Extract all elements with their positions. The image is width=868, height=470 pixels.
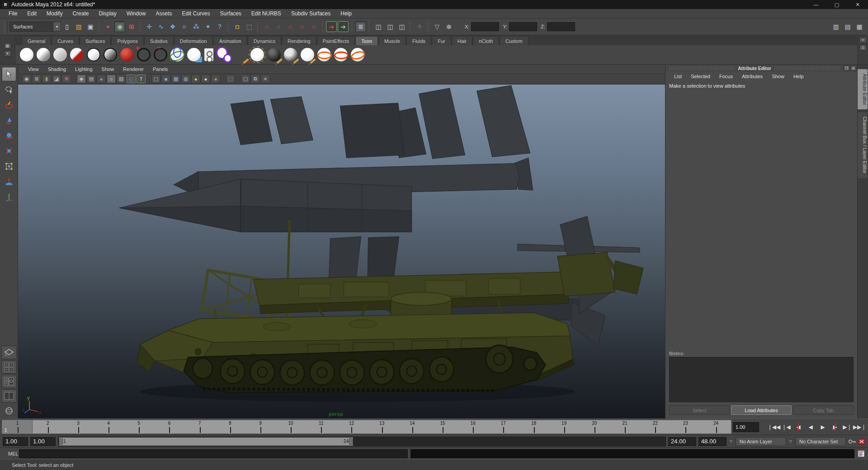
menu-item[interactable]: Edit NURBS (246, 9, 286, 19)
z-input[interactable] (547, 22, 575, 31)
mask-points-icon[interactable]: ✛ (144, 21, 155, 32)
animation-end-input[interactable] (698, 437, 726, 446)
snap-curve-icon[interactable]: ∩ (273, 21, 284, 32)
image-plane-icon[interactable]: ◪ (52, 75, 61, 83)
maximize-button[interactable]: ▢ (826, 0, 847, 9)
current-frame-marker[interactable]: 1 (2, 420, 33, 433)
timeline-frame-cell[interactable]: 15 (427, 420, 458, 433)
current-time-input[interactable] (733, 422, 759, 432)
toon-paint-dark-sphere[interactable] (267, 48, 281, 61)
shelf-item-menu-icon[interactable]: ▾ (859, 37, 867, 43)
toon-outline-dark-sphere[interactable] (104, 48, 117, 61)
paint-effects-icon[interactable]: ⁘ (414, 21, 425, 32)
time-slider[interactable]: 1 2 3 4 (2, 420, 731, 434)
open-scene-icon[interactable]: ▨ (73, 21, 84, 32)
toon-circle-plus[interactable] (137, 48, 151, 61)
step-forward-key-button[interactable]: ▶❘ (841, 421, 853, 433)
shelf-tab[interactable]: PaintEffects (317, 36, 355, 45)
shelf-tab-selector-icon[interactable]: ▩ (4, 43, 11, 49)
shelf-tab[interactable]: General (22, 36, 51, 45)
chevron-down-icon[interactable]: ▼ (53, 22, 61, 32)
toon-white-sphere[interactable] (20, 48, 33, 61)
shelf-tab[interactable]: Muscle (378, 36, 406, 45)
attribute-editor-menu-item[interactable]: Selected (687, 74, 714, 79)
toon-fill-paint[interactable] (187, 48, 201, 61)
script-editor-icon[interactable] (857, 450, 865, 457)
timeline-frame-cell[interactable]: 6 (154, 420, 184, 433)
shelf-editor-icon[interactable]: ☰ (859, 45, 867, 51)
timeline-frame-cell[interactable]: 16 (458, 420, 488, 433)
2d-pan-zoom-icon[interactable]: ✥ (62, 75, 71, 83)
lock-selection-icon[interactable]: ◘ (232, 21, 243, 32)
notes-textarea[interactable] (669, 357, 854, 402)
animation-preferences-icon[interactable] (858, 438, 865, 445)
dropdown-arrow-icon[interactable]: ▽ (432, 21, 443, 32)
menu-item[interactable]: File (4, 9, 22, 19)
play-forwards-button[interactable]: ▶ (817, 421, 829, 433)
timeline-frame-cell[interactable]: 9 (245, 420, 275, 433)
layout-four-pane-button[interactable]: ++++ (1, 360, 17, 374)
layout-extra-button[interactable] (2, 404, 16, 418)
timeline-frame-cell[interactable]: 23 (670, 420, 701, 433)
snap-point-icon[interactable]: ∩ (285, 21, 296, 32)
select-button[interactable]: Select (669, 405, 730, 415)
shelf-tab[interactable]: Subdivs (144, 36, 174, 45)
textured-icon[interactable]: ▩ (171, 75, 180, 83)
light-brown-icon[interactable]: ● (211, 75, 220, 83)
viewport-menu-item[interactable]: Panels (148, 66, 173, 72)
shelf-tab[interactable]: Dynamics (248, 36, 281, 45)
construction-history-icon[interactable]: ≣ (355, 21, 366, 32)
render-current-frame-icon[interactable]: ◫ (373, 21, 384, 32)
menu-set-value[interactable]: Surfaces (9, 22, 53, 32)
move-tool-button[interactable] (2, 113, 16, 127)
rotate-tool-button[interactable] (2, 128, 16, 143)
menu-item[interactable]: Help (335, 9, 357, 19)
panel-restore-icon[interactable]: ❐ (844, 66, 849, 71)
mel-command-input[interactable] (19, 449, 408, 458)
paint-select-tool-button[interactable] (2, 98, 16, 112)
menu-item[interactable]: Create (67, 9, 94, 19)
command-result-field[interactable] (410, 449, 854, 458)
toon-gray-sphere[interactable] (53, 48, 67, 61)
mask-misc-icon[interactable]: ? (214, 21, 225, 32)
toon-dashed-ring-sphere[interactable] (250, 48, 264, 61)
step-forward-frame-button[interactable]: ▶ (829, 421, 841, 433)
shelf-tab[interactable]: Surfaces (80, 36, 111, 45)
lasso-tool-button[interactable] (2, 82, 16, 97)
shelf-tab[interactable]: Polygons (111, 36, 143, 45)
layout-outliner-persp-button[interactable] (1, 375, 17, 388)
toon-orange-ring-1[interactable] (317, 48, 331, 61)
camera-attributes-icon[interactable]: ≣ (32, 75, 41, 83)
mask-deformations-icon[interactable]: ⌗ (179, 21, 190, 32)
snap-align-icon[interactable]: ∩ (308, 21, 319, 32)
safe-action-icon[interactable]: ▧ (117, 75, 126, 83)
layout-split-horizontal-button[interactable] (1, 389, 17, 403)
select-object-icon[interactable]: ◉ (114, 21, 125, 32)
select-tool-button[interactable] (2, 67, 16, 81)
viewport-menu-item[interactable]: Shading (43, 66, 71, 72)
anim-layer-dropdown-icon[interactable]: ▽ (729, 439, 733, 443)
menu-set-selector[interactable]: Surfaces ▼ (9, 22, 61, 32)
xray-icon[interactable]: ▢ (241, 75, 250, 83)
ipr-render-icon[interactable]: ◫ (385, 21, 396, 32)
film-gate-icon[interactable]: ◈ (77, 75, 86, 83)
timeline-frame-cell[interactable]: 22 (640, 420, 670, 433)
shelf-tab[interactable]: Toon (355, 36, 378, 45)
timeline-frame-cell[interactable]: 21 (609, 420, 640, 433)
minimize-button[interactable]: — (806, 0, 826, 9)
timeline-frame-cell[interactable]: 5 (124, 420, 154, 433)
viewport-canvas[interactable]: persp y x z (18, 85, 665, 418)
timeline-frame-cell[interactable]: 12 (336, 420, 367, 433)
snap-plane-icon[interactable]: ∩ (297, 21, 307, 32)
toon-purple-rings[interactable] (217, 48, 231, 61)
shelf-menu-arrow-icon[interactable]: ▼ (4, 51, 11, 56)
shaded-icon[interactable]: ■ (161, 75, 170, 83)
xray-active-icon[interactable]: ⧉ (251, 75, 260, 83)
range-slider-bar[interactable]: 1 24 (59, 437, 353, 446)
attribute-editor-menu-item[interactable]: Focus (715, 74, 737, 79)
timeline-frame-cell[interactable]: 10 (276, 420, 306, 433)
scale-tool-button[interactable] (2, 144, 16, 158)
toon-orange-ring-2[interactable] (334, 48, 348, 61)
menu-item[interactable]: Window (122, 9, 151, 19)
shelf-tab[interactable]: Animation (213, 36, 247, 45)
